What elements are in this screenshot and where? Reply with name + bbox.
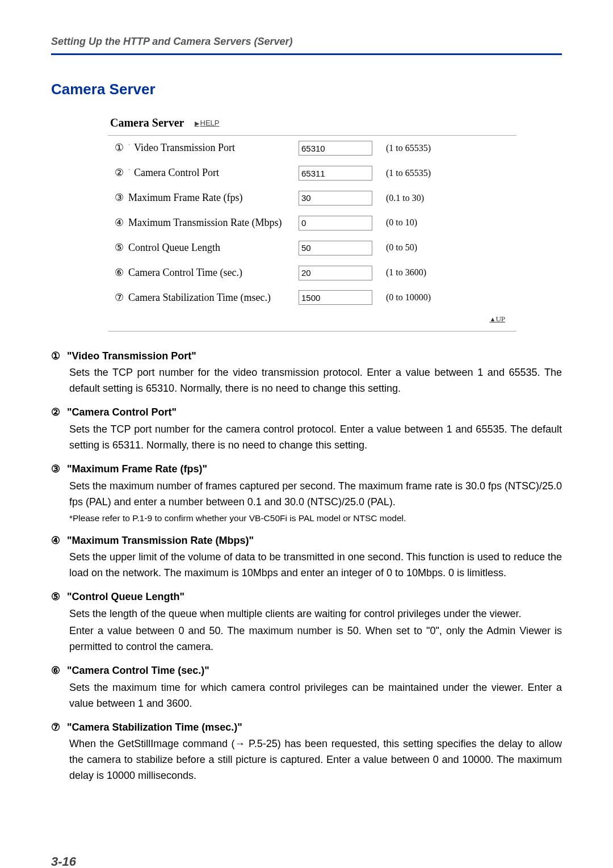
desc-text: Sets the maximum time for which camera c… xyxy=(69,680,562,712)
desc-heading: ①"Video Transmission Port" xyxy=(51,349,562,364)
setting-label: Control Queue Length xyxy=(128,240,299,256)
breadcrumb: Setting Up the HTTP and Camera Servers (… xyxy=(51,34,562,50)
up-link[interactable]: ▲UP xyxy=(489,315,505,323)
video-port-input[interactable] xyxy=(299,141,372,156)
setting-label: Camera Control Time (sec.) xyxy=(128,265,299,281)
range-text: (1 to 3600) xyxy=(386,266,426,280)
setting-row-queue-length: ⑤ Control Queue Length (0 to 50) xyxy=(108,236,517,261)
control-time-input[interactable] xyxy=(299,266,372,280)
row-number: ④ xyxy=(110,215,128,231)
restart-dot-icon: ◦ xyxy=(128,165,133,174)
control-port-input[interactable] xyxy=(299,166,372,181)
row-number: ③ xyxy=(110,190,128,206)
range-text: (0 to 50) xyxy=(386,241,417,255)
setting-label: ◦Video Transmission Port xyxy=(128,140,299,156)
setting-row-control-time: ⑥ Camera Control Time (sec.) (1 to 3600) xyxy=(108,261,517,286)
desc-note: *Please refer to P.1-9 to confirm whethe… xyxy=(69,511,562,525)
desc-video-port: ①"Video Transmission Port" Sets the TCP … xyxy=(51,349,562,397)
row-number: ⑦ xyxy=(110,290,128,306)
desc-frame-rate: ③"Maximum Frame Rate (fps)" Sets the max… xyxy=(51,462,562,525)
desc-text: Sets the TCP port number for the video t… xyxy=(69,365,562,397)
help-link-label: HELP xyxy=(200,119,220,127)
row-number: ⑤ xyxy=(110,240,128,256)
restart-dot-icon: ◦ xyxy=(128,140,133,149)
up-link-container: ▲UP xyxy=(108,310,517,330)
panel-header: Camera Server ▶HELP xyxy=(108,111,517,136)
triangle-right-icon: ▶ xyxy=(195,120,199,127)
range-text: (0.1 to 30) xyxy=(386,191,424,206)
range-text: (0 to 10000) xyxy=(386,291,431,305)
desc-heading: ③"Maximum Frame Rate (fps)" xyxy=(51,462,562,477)
desc-control-time: ⑥"Camera Control Time (sec.)" Sets the m… xyxy=(51,663,562,712)
range-text: (1 to 65535) xyxy=(386,141,431,156)
help-link[interactable]: ▶HELP xyxy=(195,118,220,129)
queue-length-input[interactable] xyxy=(299,241,372,255)
setting-row-stabilization: ⑦ Camera Stabilization Time (msec.) (0 t… xyxy=(108,286,517,311)
panel-title: Camera Server xyxy=(110,114,184,132)
header-divider xyxy=(51,53,562,55)
triangle-up-icon: ▲ xyxy=(489,316,496,322)
setting-label: Maximum Frame Rate (fps) xyxy=(128,190,299,206)
desc-heading: ⑦"Camera Stabilization Time (msec.)" xyxy=(51,720,562,736)
desc-trans-rate: ④"Maximum Transmission Rate (Mbps)" Sets… xyxy=(51,533,562,582)
desc-stabilization: ⑦"Camera Stabilization Time (msec.)" Whe… xyxy=(51,720,562,785)
frame-rate-input[interactable] xyxy=(299,191,372,206)
desc-text: Sets the length of the queue when multip… xyxy=(69,606,562,622)
desc-control-port: ②"Camera Control Port" Sets the TCP port… xyxy=(51,405,562,454)
row-number: ⑥ xyxy=(110,265,128,281)
setting-label: Maximum Transmission Rate (Mbps) xyxy=(128,215,299,231)
setting-label: ◦Camera Control Port xyxy=(128,165,299,181)
setting-row-frame-rate: ③ Maximum Frame Rate (fps) (0.1 to 30) xyxy=(108,186,517,211)
setting-row-control-port: ② ◦Camera Control Port (1 to 65535) xyxy=(108,161,517,186)
desc-text: Sets the TCP port number for the camera … xyxy=(69,422,562,454)
desc-text: Sets the maximum number of frames captur… xyxy=(69,479,562,510)
desc-heading: ⑤"Control Queue Length" xyxy=(51,589,562,605)
setting-row-video-port: ① ◦Video Transmission Port (1 to 65535) xyxy=(108,136,517,161)
setting-label: Camera Stabilization Time (msec.) xyxy=(128,290,299,306)
stabilization-input[interactable] xyxy=(299,290,372,305)
page-title: Camera Server xyxy=(51,78,562,100)
desc-queue-length: ⑤"Control Queue Length" Sets the length … xyxy=(51,589,562,655)
desc-heading: ⑥"Camera Control Time (sec.)" xyxy=(51,663,562,679)
page-number: 3-16 xyxy=(51,852,562,868)
range-text: (0 to 10) xyxy=(386,216,417,230)
desc-text: Enter a value between 0 and 50. The maxi… xyxy=(69,623,562,655)
descriptions: ①"Video Transmission Port" Sets the TCP … xyxy=(51,349,562,785)
up-link-label: UP xyxy=(496,315,505,323)
desc-heading: ④"Maximum Transmission Rate (Mbps)" xyxy=(51,533,562,549)
row-number: ① xyxy=(110,140,128,156)
row-number: ② xyxy=(110,165,128,181)
range-text: (1 to 65535) xyxy=(386,166,431,181)
desc-text: Sets the upper limit of the volume of da… xyxy=(69,550,562,581)
setting-row-trans-rate: ④ Maximum Transmission Rate (Mbps) (0 to… xyxy=(108,211,517,236)
settings-panel: Camera Server ▶HELP ① ◦Video Transmissio… xyxy=(108,111,517,331)
desc-text: When the GetStillImage command (→ P.5-25… xyxy=(69,736,562,784)
desc-heading: ②"Camera Control Port" xyxy=(51,405,562,421)
trans-rate-input[interactable] xyxy=(299,216,372,230)
